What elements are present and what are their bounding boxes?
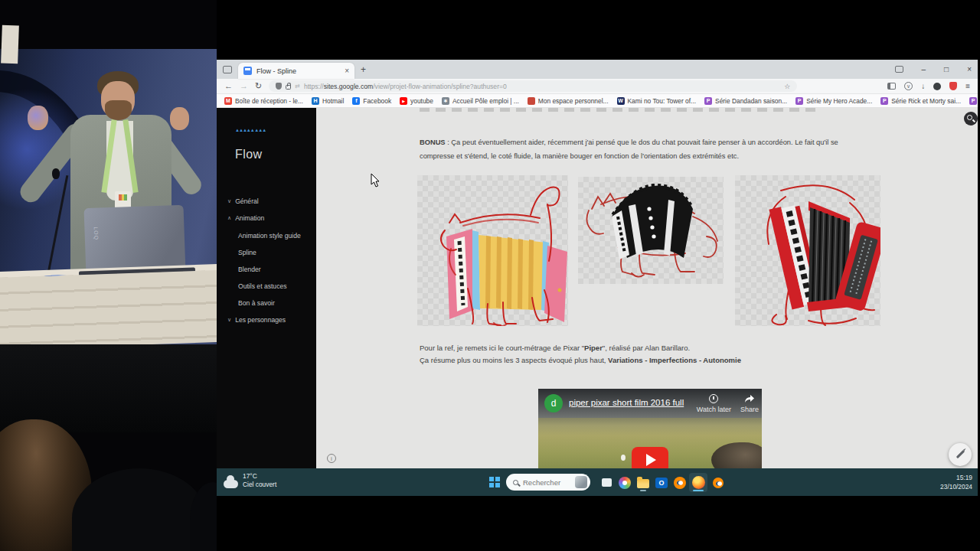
bookmark-item[interactable]: PSérie Dandadan saison... <box>704 97 787 105</box>
outlook-button[interactable]: O <box>652 473 671 492</box>
screen: LOQ Flow - Spline × + <box>0 0 980 551</box>
pencil-icon <box>956 450 965 458</box>
blender-secondary-button[interactable] <box>709 473 727 492</box>
sidebar-item-general[interactable]: ∨Général <box>227 197 259 205</box>
info-icon[interactable]: i <box>327 454 336 463</box>
bookmark-item[interactable]: PSérie Uzumaki saison 1... <box>969 97 978 105</box>
close-button[interactable]: × <box>967 65 972 73</box>
wakanim-icon: W <box>617 97 625 105</box>
watch-later-button[interactable]: Watch later <box>697 394 731 413</box>
taskbar-search[interactable] <box>506 474 590 491</box>
mouse-cursor <box>371 173 381 188</box>
browser-window: Flow - Spline × + – □ × ← → ↻ ⇄ https://… <box>217 60 978 468</box>
site-search-button[interactable] <box>964 112 978 126</box>
menu-icon[interactable]: ≡ <box>965 82 970 90</box>
weather-temperature: 17°C <box>243 472 276 481</box>
bookmark-star-icon[interactable]: ☆ <box>784 83 790 90</box>
microphone-icon <box>52 168 60 179</box>
black-accordion-drawing <box>578 177 724 284</box>
share-button[interactable]: Share <box>740 394 759 413</box>
video-title-link[interactable]: piper pixar short film 2016 full <box>569 398 684 407</box>
new-tab-button[interactable]: + <box>361 64 366 75</box>
bookmark-item[interactable]: ∗Accueil Pôle emploi | ... <box>442 97 519 105</box>
sidebar-item-spline[interactable]: Spline <box>238 249 256 256</box>
toolbar-icons: ∨ ↓ ≡ <box>887 82 970 90</box>
file-explorer-button[interactable] <box>634 473 652 492</box>
sidebar-item-animation-style-guide[interactable]: Animation style guide <box>238 232 301 240</box>
forward-button[interactable]: → <box>240 82 248 90</box>
presenter-camera-view: LOQ <box>0 0 217 551</box>
youtube-play-button[interactable] <box>632 447 668 468</box>
tab-overview-icon[interactable] <box>895 66 903 73</box>
back-button[interactable]: ← <box>224 82 233 90</box>
bookmark-item[interactable]: PSérie My Hero Acade... <box>795 97 872 105</box>
bonus-paragraph: BONUS : Ça peut éventuellement aider, ré… <box>420 135 870 163</box>
aspects-bold: Variations - Imperfections - Autonomie <box>608 356 741 364</box>
weather-widget[interactable]: 17°C Ciel couvert <box>224 472 276 490</box>
site-title[interactable]: Flow <box>235 148 262 161</box>
bookmark-item[interactable]: fFacebook <box>352 97 391 105</box>
sidebar-toggle-icon[interactable] <box>887 83 896 90</box>
maximize-button[interactable]: □ <box>944 65 949 73</box>
task-view-button[interactable] <box>597 473 616 492</box>
image-red-accordion-photo[interactable] <box>735 175 880 326</box>
image-cat-accordion-sketch[interactable] <box>417 175 568 326</box>
google-sites-favicon <box>243 67 252 75</box>
sidebar-item-animation[interactable]: ∧Animation <box>227 214 264 222</box>
presenter-left-hand <box>28 106 48 130</box>
image-black-accordion-cat[interactable] <box>578 177 724 284</box>
taskbar-clock[interactable]: 15:19 23/10/2024 <box>940 473 972 491</box>
cloud-icon <box>224 480 238 488</box>
bookmark-label: Hotmail <box>322 97 344 105</box>
clipped-text-line <box>420 108 818 112</box>
gmail-icon: M <box>224 97 232 105</box>
bookmark-label: Facebook <box>363 97 391 105</box>
presenter-beard <box>105 100 132 120</box>
channel-avatar[interactable]: d <box>544 394 563 412</box>
active-indicator <box>693 490 704 491</box>
blender-button[interactable] <box>671 473 689 492</box>
bookmark-item[interactable]: HHotmail <box>312 97 344 105</box>
espace-personnel-icon <box>528 97 535 105</box>
sidebar-item-label: Animation style guide <box>238 232 301 240</box>
sidebar-item-bon-a-savoir[interactable]: Bon à savoir <box>238 299 275 307</box>
start-button[interactable] <box>489 477 494 481</box>
bookmark-item[interactable]: WKami no Tou: Tower of... <box>617 97 697 105</box>
sidebar-item-personnages[interactable]: ∨Les personnages <box>227 316 286 324</box>
bookmarks-bar: MBoîte de réception - le... HHotmail fFa… <box>217 94 978 108</box>
downloads-icon[interactable]: ↓ <box>921 82 925 90</box>
account-icon[interactable] <box>933 83 941 90</box>
tab-close-icon[interactable]: × <box>345 67 349 75</box>
bookmark-label: Accueil Pôle emploi | ... <box>452 97 519 105</box>
tab-flow-spline[interactable]: Flow - Spline × <box>238 63 354 79</box>
chevron-down-icon: ∨ <box>227 317 231 323</box>
tracking-shield-icon[interactable] <box>276 83 282 90</box>
presenter-right-hand <box>170 107 189 130</box>
bookmark-item[interactable]: PSérie Rick et Morty sai... <box>880 97 961 105</box>
running-indicator <box>640 490 646 491</box>
adblock-shield-icon[interactable] <box>949 82 957 90</box>
red-accordion-drawing <box>735 175 880 326</box>
weather-description: Ciel couvert <box>243 481 276 489</box>
youtube-icon: ▶ <box>400 97 407 105</box>
sidebar-item-blender[interactable]: Blender <box>238 266 261 273</box>
firefox-view-icon[interactable] <box>223 66 232 73</box>
bookmark-item[interactable]: ▶youtube <box>400 97 433 105</box>
bookmark-item[interactable]: MBoîte de réception - le... <box>224 97 303 105</box>
reload-button[interactable]: ↻ <box>255 82 262 90</box>
translate-icon[interactable]: ⇄ <box>295 83 300 90</box>
photos-app-button[interactable] <box>616 473 634 492</box>
youtube-embed[interactable]: d piper pixar short film 2016 full Watch… <box>538 389 762 468</box>
firefox-button[interactable] <box>689 473 707 492</box>
pocket-icon[interactable]: ∨ <box>904 82 913 90</box>
audience-head <box>72 468 207 551</box>
bookmark-item[interactable]: Mon espace personnel... <box>528 97 609 105</box>
search-highlight-image <box>575 476 587 488</box>
outlook-icon: O <box>655 478 668 488</box>
sidebar-item-outils[interactable]: Outils et astuces <box>238 282 287 290</box>
url-bar[interactable]: ⇄ https://sites.google.com/view/projet-f… <box>269 80 797 92</box>
search-input[interactable] <box>523 478 570 487</box>
ref-text: Pour la ref, je remets ici le court-métr… <box>420 344 584 352</box>
site-edit-button[interactable] <box>949 443 972 466</box>
minimize-button[interactable]: – <box>922 65 926 73</box>
